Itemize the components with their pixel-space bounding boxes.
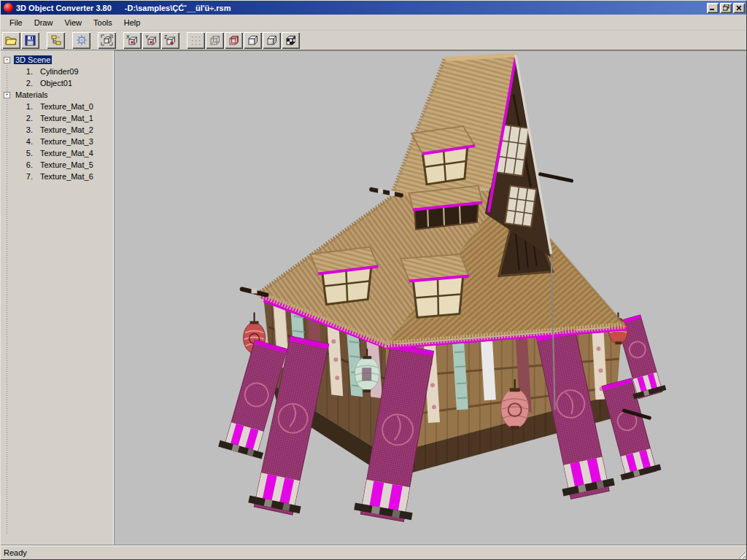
- rotate-y-cube-icon: Y: [145, 34, 158, 46]
- restore-icon: [723, 4, 729, 11]
- save-button[interactable]: [21, 32, 39, 49]
- fit-view-button[interactable]: [98, 32, 116, 49]
- fit-view-cube-icon: [101, 34, 113, 46]
- smooth-shaded-mode-button[interactable]: [263, 32, 281, 49]
- resize-grip[interactable]: [736, 549, 746, 559]
- menu-view[interactable]: View: [58, 16, 88, 29]
- points-mode-icon: [190, 35, 201, 46]
- menu-help[interactable]: Help: [118, 16, 147, 29]
- 3d-viewport[interactable]: [114, 50, 746, 545]
- app-icon: [4, 3, 13, 12]
- axis-x-label: X: [126, 34, 130, 39]
- tree-guide-line: [7, 61, 7, 534]
- tree-node-texture-mat-4[interactable]: 5. Texture_Mat_4: [4, 147, 109, 159]
- tree-label-3d-scene[interactable]: 3D Scene: [14, 55, 52, 64]
- light-settings-icon: [76, 34, 88, 46]
- axis-z-label: Z: [164, 34, 168, 39]
- save-icon: [25, 35, 36, 46]
- wireframe-mode-button[interactable]: [206, 32, 224, 49]
- axis-y-label: Y: [145, 34, 149, 39]
- tree-node-object01[interactable]: 2. Object01: [4, 77, 109, 89]
- menu-tools[interactable]: Tools: [88, 16, 118, 29]
- tree-label-materials[interactable]: Materials: [14, 90, 50, 99]
- window-title-filepath: -D:\samples\ÇĆ˘__ül'ü÷.rsm: [125, 4, 231, 12]
- menu-draw[interactable]: Draw: [28, 16, 59, 29]
- flat-shaded-mode-icon: [247, 34, 259, 46]
- rotate-x-cube-icon: X: [126, 34, 139, 46]
- tree-node-texture-mat-0[interactable]: 1. Texture_Mat_0: [4, 101, 109, 112]
- minimize-button[interactable]: [707, 3, 719, 13]
- points-mode-button[interactable]: [187, 32, 205, 49]
- restore-button[interactable]: [720, 3, 732, 13]
- toolbar: X Y Z: [1, 31, 746, 50]
- menu-file[interactable]: File: [4, 16, 28, 29]
- statusbar: Ready: [1, 545, 746, 559]
- smooth-shaded-mode-icon: [266, 34, 278, 46]
- tree-view-icon: [50, 35, 61, 46]
- open-folder-icon: [5, 35, 18, 45]
- close-icon: [736, 5, 742, 11]
- tower-base-dormer: [409, 186, 482, 230]
- menubar: File Draw View Tools Help: [1, 15, 746, 31]
- tree-label-cylinder09[interactable]: Cylinder09: [39, 67, 80, 76]
- titlebar[interactable]: 3D Object Converter 3.80 -D:\samples\ÇĆ˘…: [1, 1, 746, 15]
- window-title: 3D Object Converter 3.80: [16, 4, 112, 12]
- scene-tree-panel: - 3D Scene 1. Cylinder09 2. Object01 - M…: [1, 50, 110, 545]
- rotate-z-cube-icon: Z: [164, 34, 177, 46]
- app-window: 3D Object Converter 3.80 -D:\samples\ÇĆ˘…: [0, 0, 747, 560]
- close-button[interactable]: [733, 3, 745, 13]
- open-button[interactable]: [2, 32, 20, 49]
- flat-shaded-mode-button[interactable]: [244, 32, 262, 49]
- rotate-x-button[interactable]: X: [123, 32, 142, 49]
- tree-node-texture-mat-3[interactable]: 4. Texture_Mat_3: [4, 136, 109, 147]
- rotate-z-button[interactable]: Z: [161, 32, 179, 49]
- status-text: Ready: [4, 548, 27, 557]
- tree-node-texture-mat-6[interactable]: 7. Texture_Mat_6: [4, 171, 109, 182]
- hidden-line-mode-button[interactable]: [225, 32, 243, 49]
- textured-mode-icon: [285, 34, 297, 46]
- hidden-line-mode-icon: [228, 34, 240, 46]
- tree-node-texture-mat-5[interactable]: 6. Texture_Mat_5: [4, 159, 109, 171]
- 3d-model-house: [115, 51, 746, 545]
- rotate-y-button[interactable]: Y: [142, 32, 160, 49]
- tree-node-materials[interactable]: - Materials: [4, 89, 109, 101]
- textured-mode-button[interactable]: [282, 32, 300, 49]
- light-settings-button[interactable]: [72, 32, 90, 49]
- wireframe-mode-icon: [209, 34, 221, 46]
- minimize-icon: [710, 5, 716, 10]
- tree-node-texture-mat-2[interactable]: 3. Texture_Mat_2: [4, 124, 109, 136]
- tree-label-object01[interactable]: Object01: [39, 79, 74, 88]
- tree-view-toggle-button[interactable]: [47, 32, 65, 49]
- tree-node-3d-scene[interactable]: - 3D Scene: [4, 54, 109, 66]
- tree-node-cylinder09[interactable]: 1. Cylinder09: [4, 66, 109, 77]
- tree-node-texture-mat-1[interactable]: 2. Texture_Mat_1: [4, 112, 109, 124]
